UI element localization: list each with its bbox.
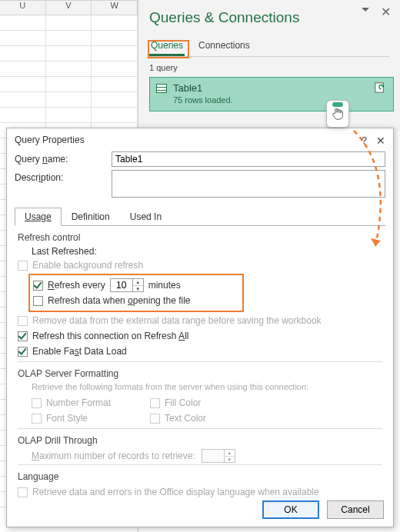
ok-button[interactable]: OK: [262, 500, 319, 519]
close-button[interactable]: ✕: [376, 135, 385, 147]
olap-hint: Retrieve the following formats from the …: [32, 382, 382, 391]
chevron-down-icon[interactable]: [362, 8, 369, 12]
cb-number-format-label: Number Format: [46, 397, 111, 408]
cb-fast-load[interactable]: [18, 347, 28, 357]
cb-refresh-every-label: Refresh every: [48, 280, 105, 291]
cb-font-style-label: Font Style: [46, 413, 88, 424]
cb-background-refresh-label: Enable background refresh: [32, 260, 143, 271]
cb-fill-color-label: Fill Color: [165, 397, 201, 408]
table-icon: [156, 84, 167, 93]
language-heading: Language: [18, 471, 382, 482]
spin-up[interactable]: ▲: [133, 279, 143, 286]
tab-connections[interactable]: Connections: [197, 37, 252, 56]
olap-formatting-heading: OLAP Server Formatting: [18, 368, 382, 379]
queries-pane: Queries & Connections ✕ Queries Connecti…: [138, 0, 400, 131]
cb-fast-load-label: Enable Fast Data Load: [32, 346, 127, 357]
help-button[interactable]: ?: [362, 135, 367, 146]
cb-refresh-all[interactable]: [18, 331, 28, 341]
dialog-title: Query Properties: [15, 135, 85, 145]
cb-remove-data: [18, 316, 28, 326]
olap-drill-heading: OLAP Drill Through: [18, 435, 382, 446]
cb-text-color-label: Text Color: [165, 413, 206, 424]
tab-queries[interactable]: Queries: [149, 37, 185, 56]
max-records-input: [202, 450, 224, 462]
cancel-button[interactable]: Cancel: [327, 500, 384, 519]
refresh-control-heading: Refresh control: [18, 232, 382, 243]
cb-remove-data-label: Remove data from the external data range…: [32, 315, 322, 326]
cb-refresh-all-label: Refresh this connection on Refresh All: [32, 331, 188, 341]
cb-language: [18, 487, 28, 497]
col-header[interactable]: W: [92, 0, 138, 15]
tab-usage[interactable]: Usage: [15, 208, 62, 226]
dialog-tabs: Usage Definition Used In: [15, 207, 385, 226]
annotation-highlight: Refresh every ▲▼ minutes Refresh data wh…: [28, 274, 244, 312]
cb-fill-color: [150, 398, 160, 408]
query-name-input[interactable]: [112, 151, 385, 167]
cb-refresh-on-open[interactable]: [33, 296, 43, 306]
max-records-spinner: ▲▼: [202, 449, 235, 463]
pane-title: Queries & Connections: [149, 9, 389, 26]
query-item[interactable]: Table1 75 rows loaded.: [149, 77, 394, 111]
query-item-name: Table1: [173, 82, 387, 94]
close-icon[interactable]: ✕: [381, 5, 391, 19]
cb-background-refresh: [18, 261, 28, 271]
query-item-status: 75 rows loaded.: [173, 95, 387, 105]
query-properties-dialog: Query Properties ? ✕ Query name: Descrip…: [6, 128, 394, 527]
query-count: 1 query: [149, 63, 389, 72]
hand-cursor-icon: [332, 107, 344, 121]
minutes-label: minutes: [148, 280, 181, 291]
query-name-label: Query name:: [15, 151, 107, 165]
cb-text-color: [150, 414, 160, 424]
cb-refresh-on-open-label: Refresh data when opening the file: [48, 295, 190, 306]
refresh-interval-spinner[interactable]: ▲▼: [110, 278, 144, 292]
max-records-label: Maximum number of records to retrieve:: [32, 451, 195, 461]
tab-usedin[interactable]: Used In: [120, 208, 172, 226]
refresh-icon[interactable]: [375, 82, 385, 93]
cb-number-format: [32, 398, 42, 408]
tab-definition[interactable]: Definition: [62, 208, 120, 226]
col-header[interactable]: U: [0, 0, 46, 15]
description-input[interactable]: [112, 170, 385, 198]
cb-refresh-every[interactable]: [33, 281, 43, 291]
col-header[interactable]: V: [46, 0, 92, 15]
cb-language-label: Retrieve data and errors in the Office d…: [32, 487, 319, 497]
description-label: Description:: [15, 170, 107, 183]
cursor-annotation: [326, 100, 349, 128]
refresh-interval-input[interactable]: [111, 279, 132, 291]
spin-down[interactable]: ▼: [133, 286, 143, 292]
last-refreshed-label: Last Refreshed:: [32, 246, 382, 257]
cb-font-style: [32, 414, 42, 424]
